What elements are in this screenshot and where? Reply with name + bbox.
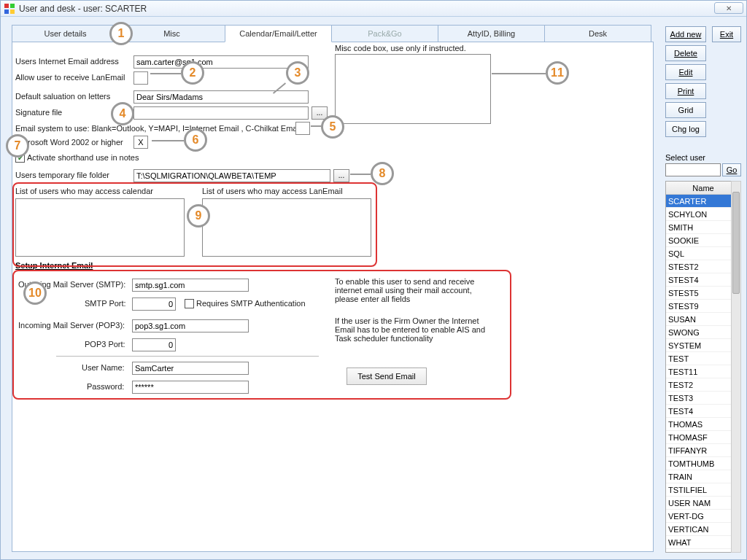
help-text-1: To enable this user to send and receive … (335, 277, 495, 303)
temp-folder-browse-button[interactable]: ... (333, 169, 349, 182)
svg-rect-3 (10, 9, 15, 14)
table-row[interactable]: VERTICAN (666, 523, 740, 536)
tab-label: Calendar/Email/Letter (239, 29, 317, 38)
label-requires-auth: Requires SMTP Authentication (196, 299, 306, 308)
label-select-user: Select user (665, 153, 705, 162)
delete-button[interactable]: Delete (665, 45, 706, 61)
table-row[interactable]: SYSTEM (666, 339, 740, 352)
table-row[interactable]: STEST9 (666, 300, 740, 313)
misc-code-textarea[interactable] (335, 54, 491, 124)
table-row[interactable]: WHAT (666, 536, 740, 549)
tab-misc[interactable]: Misc (118, 25, 225, 42)
word2002-input[interactable] (133, 136, 148, 149)
button-label: Chg log (672, 125, 700, 133)
grid-column-header-name[interactable]: Name ▲ (666, 182, 740, 195)
label-activate-shorthand: Activate shorthand use in notes (27, 153, 139, 162)
tab-desk[interactable]: Desk (544, 25, 651, 42)
app-icon (4, 3, 15, 15)
select-user-input[interactable] (665, 163, 721, 176)
edit-button[interactable]: Edit (665, 64, 706, 80)
label-user-name: User Name: (82, 363, 125, 372)
svg-rect-0 (4, 4, 9, 8)
activate-shorthand-checkbox[interactable] (15, 153, 25, 163)
table-row[interactable]: SUSAN (666, 313, 740, 326)
label-email-addr: Users Internet Email address (15, 57, 119, 66)
table-row[interactable]: TEST2 (666, 378, 740, 392)
tab-packgo[interactable]: Pack&Go (331, 25, 438, 42)
tab-panel-calendar: Users Internet Email address Allow user … (12, 42, 654, 552)
tab-attyid-billing[interactable]: AttyID, Billing (438, 25, 545, 42)
table-row[interactable]: SQL (666, 247, 740, 260)
email-addr-input[interactable] (133, 55, 309, 69)
salutation-input[interactable] (133, 90, 309, 104)
requires-smtp-auth-checkbox[interactable] (185, 299, 194, 308)
window-close-button[interactable]: ✕ (714, 2, 743, 14)
table-row[interactable]: SCHYLON (666, 208, 740, 221)
signature-browse-button[interactable]: ... (311, 106, 328, 120)
button-label: Exit (720, 30, 733, 39)
table-row[interactable]: SWONG (666, 326, 740, 339)
access-calendar-list[interactable] (15, 198, 185, 257)
table-row[interactable]: VERT-DG (666, 510, 740, 523)
tab-calendar-email-letter[interactable]: Calendar/Email/Letter (225, 25, 332, 42)
help-text-2: If the user is the Firm Owner the Intern… (335, 316, 495, 343)
table-row[interactable]: SCARTER (666, 195, 740, 208)
table-row[interactable]: TEST11 (666, 365, 740, 378)
label-word2002: Microsoft Word 2002 or higher (15, 138, 123, 147)
table-row[interactable]: STEST4 (666, 273, 740, 287)
user-name-input[interactable] (132, 362, 249, 375)
window-title: User and desk - user: SCARTER (19, 4, 147, 14)
allow-lanemail-input[interactable] (133, 71, 148, 85)
table-row[interactable]: TRAIN (666, 470, 740, 483)
password-input[interactable] (132, 381, 249, 394)
table-row[interactable]: TEST (666, 352, 740, 365)
add-new-button[interactable]: Add new (665, 26, 706, 42)
table-row[interactable]: THOMASF (666, 431, 740, 444)
chg-log-button[interactable]: Chg log (665, 121, 706, 137)
scrollbar-thumb[interactable] (732, 192, 740, 294)
grid-button[interactable]: Grid (665, 102, 706, 118)
tab-user-details[interactable]: User details (12, 25, 119, 42)
print-button[interactable]: Print (665, 83, 706, 99)
label-salutation: Default saluation on letters (15, 92, 110, 101)
pop3-server-input[interactable] (132, 319, 249, 332)
temp-folder-input[interactable] (133, 169, 330, 182)
table-row[interactable]: TEST3 (666, 392, 740, 405)
button-label: Print (678, 87, 694, 96)
table-row[interactable]: THOMAS (666, 418, 740, 431)
action-button-column: Add new Delete Edit Print Grid Chg log (665, 26, 706, 137)
pop3-port-input[interactable] (132, 338, 176, 351)
test-send-email-button[interactable]: Test Send Email (347, 368, 427, 385)
user-grid: Name ▲ SCARTERSCHYLONSMITHSOOKIESQLSTEST… (665, 181, 741, 553)
table-row[interactable]: TOMTHUMB (666, 457, 740, 470)
table-row[interactable]: USER NAM (666, 497, 740, 510)
grid-scrollbar[interactable] (731, 181, 741, 553)
access-lanemail-list[interactable] (202, 198, 371, 257)
go-button[interactable]: Go (722, 163, 741, 176)
tab-label: Desk (589, 29, 607, 38)
table-row[interactable]: TEST4 (666, 405, 740, 418)
smtp-port-input[interactable] (132, 298, 176, 311)
email-system-input[interactable] (295, 122, 310, 135)
exit-button[interactable]: Exit (712, 26, 741, 42)
table-row[interactable]: SOOKIE (666, 234, 740, 247)
label-misc-code: Misc code box, use only if instructed. (335, 44, 466, 52)
label-allow-lanemail: Allow user to receive LanEmail (15, 73, 125, 82)
divider (56, 356, 319, 357)
signature-input[interactable] (133, 106, 309, 120)
smtp-server-input[interactable] (132, 279, 249, 292)
tab-label: Pack&Go (368, 29, 401, 38)
label-pop3-port: POP3 Port: (85, 340, 125, 349)
label-password: Password: (87, 382, 124, 391)
label-signature: Signature file (15, 108, 62, 117)
table-row[interactable]: TSTILFIEL (666, 483, 740, 497)
table-row[interactable]: STEST2 (666, 260, 740, 273)
label-access-lanemail: List of users who may access LanEmail (202, 187, 343, 195)
table-row[interactable]: SMITH (666, 221, 740, 234)
label-smtp-server: Outgoing Mail Server (SMTP): (18, 280, 125, 289)
table-row[interactable]: STEST5 (666, 287, 740, 300)
table-row[interactable]: TIFFANYR (666, 444, 740, 457)
titlebar: User and desk - user: SCARTER ✕ (1, 1, 746, 17)
svg-rect-2 (4, 9, 9, 14)
tab-label: AttyID, Billing (468, 29, 515, 38)
